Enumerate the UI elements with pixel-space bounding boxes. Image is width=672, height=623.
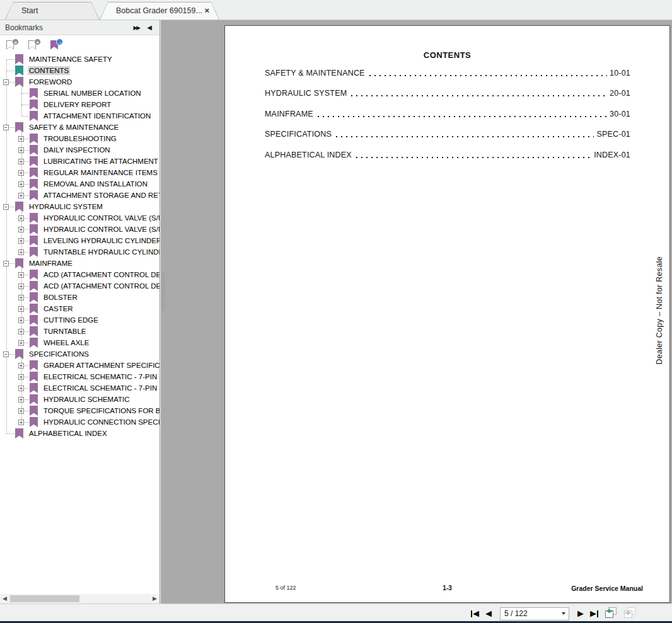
- bookmark-item[interactable]: +WHEEL AXLE: [0, 337, 159, 348]
- bookmark-label[interactable]: SPECIFICATIONS: [28, 350, 90, 358]
- bookmark-item[interactable]: ALPHABETICAL INDEX: [0, 428, 159, 439]
- bookmark-item[interactable]: CONTENTS: [0, 65, 159, 76]
- last-page-button[interactable]: ▶: [590, 609, 598, 619]
- bookmark-label[interactable]: FOREWORD: [28, 77, 73, 86]
- bookmark-item[interactable]: +GRADER ATTACHMENT SPECIFICA: [0, 360, 159, 371]
- bookmark-label[interactable]: TORQUE SPECIFICATIONS FOR BC: [42, 406, 159, 415]
- goto-bookmark-icon[interactable]: →: [50, 39, 62, 51]
- expand-toggle-icon[interactable]: +: [18, 181, 24, 187]
- panel-resize-handle[interactable]: [161, 271, 165, 311]
- bookmark-label[interactable]: REGULAR MAINTENANCE ITEMS: [42, 168, 159, 177]
- expand-toggle-icon[interactable]: +: [18, 215, 24, 221]
- bookmark-item[interactable]: +CASTER: [0, 303, 159, 314]
- bookmark-item[interactable]: +HYDRAULIC SCHEMATIC: [0, 394, 159, 405]
- bookmark-item[interactable]: +REGULAR MAINTENANCE ITEMS: [0, 167, 159, 178]
- toc-entry-label[interactable]: HYDRAULIC SYSTEM: [265, 89, 347, 98]
- toc-entry-label[interactable]: SPECIFICATIONS: [265, 130, 332, 139]
- toc-entry-page[interactable]: INDEX-01: [594, 151, 630, 160]
- expand-toggle-icon[interactable]: +: [18, 340, 24, 346]
- expand-toggle-icon[interactable]: +: [18, 374, 24, 380]
- bookmark-item[interactable]: +ELECTRICAL SCHEMATIC - 7-PIN C: [0, 382, 159, 394]
- bookmark-label[interactable]: TURNTABLE: [42, 327, 88, 336]
- bookmark-item[interactable]: DELIVERY REPORT: [0, 99, 159, 110]
- bookmark-label[interactable]: ATTACHMENT STORAGE AND RET: [42, 191, 159, 200]
- bookmark-item[interactable]: +TURNTABLE: [0, 326, 159, 337]
- previous-view-button[interactable]: [604, 607, 618, 621]
- first-page-button[interactable]: ◀: [471, 609, 479, 619]
- bookmark-label[interactable]: BOLSTER: [42, 293, 79, 302]
- scroll-left-icon[interactable]: ◀: [0, 594, 9, 603]
- expand-toggle-icon[interactable]: +: [18, 249, 24, 255]
- bookmark-label[interactable]: ALPHABETICAL INDEX: [28, 429, 108, 438]
- bookmark-label[interactable]: SAFETY & MAINTENANCE: [28, 123, 120, 132]
- toc-entry-page[interactable]: 10-01: [610, 69, 630, 78]
- bookmark-label[interactable]: ATTACHMENT IDENTIFICATION: [42, 111, 152, 120]
- bookmark-label[interactable]: ELECTRICAL SCHEMATIC - 7-PIN C: [42, 372, 159, 381]
- bookmark-label[interactable]: LUBRICATING THE ATTACHMENT: [42, 157, 159, 166]
- expand-toggle-icon[interactable]: +: [18, 272, 24, 278]
- toc-entry-label[interactable]: ALPHABETICAL INDEX: [265, 151, 352, 160]
- bookmark-item[interactable]: +ELECTRICAL SCHEMATIC - 7-PIN C: [0, 371, 159, 382]
- bookmark-label[interactable]: LEVELING HYDRAULIC CYLINDER: [42, 236, 159, 245]
- collapse-panel-icon[interactable]: ◀: [147, 24, 152, 31]
- bookmark-item[interactable]: ATTACHMENT IDENTIFICATION: [0, 110, 159, 122]
- bookmark-item[interactable]: −SAFETY & MAINTENANCE: [0, 122, 159, 133]
- expand-toggle-icon[interactable]: +: [18, 317, 24, 323]
- bookmark-label[interactable]: ACD (ATTACHMENT CONTROL DE: [42, 282, 159, 290]
- page-number-input[interactable]: 5 / 122: [500, 607, 569, 620]
- expand-toggle-icon[interactable]: +: [18, 386, 24, 391]
- delete-bookmark-icon[interactable]: ×: [6, 39, 18, 51]
- bookmark-label[interactable]: REMOVAL AND INSTALLATION: [42, 180, 149, 188]
- bookmark-item[interactable]: +ACD (ATTACHMENT CONTROL DE: [0, 280, 159, 292]
- bookmark-label[interactable]: HYDRAULIC SCHEMATIC: [42, 395, 131, 404]
- bookmark-label[interactable]: GRADER ATTACHMENT SPECIFICA: [42, 361, 159, 370]
- page-number-value[interactable]: 5 / 122: [501, 609, 562, 618]
- collapse-toggle-icon[interactable]: −: [3, 204, 9, 210]
- bookmark-label[interactable]: CUTTING EDGE: [42, 316, 100, 324]
- next-view-button[interactable]: [623, 607, 637, 621]
- bookmark-item[interactable]: +HYDRAULIC CONTROL VALVE (S/N: [0, 212, 159, 224]
- expand-toggle-icon[interactable]: +: [18, 295, 24, 300]
- bookmark-label[interactable]: MAINTENANCE SAFETY: [28, 55, 113, 64]
- bookmark-item[interactable]: −HYDRAULIC SYSTEM: [0, 201, 159, 212]
- expand-toggle-icon[interactable]: +: [18, 159, 24, 164]
- collapse-toggle-icon[interactable]: −: [3, 261, 9, 266]
- collapse-toggle-icon[interactable]: −: [3, 125, 9, 130]
- expand-toggle-icon[interactable]: +: [18, 136, 24, 142]
- bookmark-item[interactable]: +DAILY INSPECTION: [0, 144, 159, 156]
- next-page-button[interactable]: ▶: [577, 609, 584, 619]
- scroll-right-icon[interactable]: ▶: [150, 594, 159, 603]
- bookmark-label[interactable]: DAILY INSPECTION: [42, 146, 112, 154]
- expand-toggle-icon[interactable]: +: [18, 329, 24, 334]
- toc-entry[interactable]: ALPHABETICAL INDEXINDEX-01: [265, 151, 630, 160]
- bookmark-label[interactable]: HYDRAULIC CONTROL VALVE (S/N: [42, 214, 159, 222]
- expand-toggle-icon[interactable]: +: [18, 238, 24, 244]
- bookmark-label[interactable]: CONTENTS: [28, 66, 70, 75]
- bookmark-item[interactable]: +ACD (ATTACHMENT CONTROL DE: [0, 269, 159, 280]
- bookmark-item[interactable]: +REMOVAL AND INSTALLATION: [0, 178, 159, 190]
- toc-entry-page[interactable]: SPEC-01: [596, 130, 630, 139]
- toc-entry-page[interactable]: 30-01: [610, 110, 630, 119]
- add-bookmark-icon[interactable]: +: [28, 39, 40, 51]
- page-dropdown-icon[interactable]: [562, 612, 565, 615]
- bookmark-item[interactable]: +CUTTING EDGE: [0, 314, 159, 326]
- bookmark-label[interactable]: SERIAL NUMBER LOCATION: [42, 89, 142, 98]
- bookmark-label[interactable]: ELECTRICAL SCHEMATIC - 7-PIN C: [42, 384, 159, 392]
- bookmark-item[interactable]: +BOLSTER: [0, 292, 159, 303]
- bookmark-item[interactable]: +TROUBLESHOOTING: [0, 133, 159, 144]
- bookmark-label[interactable]: TURNTABLE HYDRAULIC CYLINDE: [42, 248, 159, 256]
- panel-horizontal-scrollbar[interactable]: ◀ ▶: [0, 594, 159, 603]
- bookmark-item[interactable]: −MAINFRAME: [0, 258, 159, 269]
- toc-entry[interactable]: HYDRAULIC SYSTEM20-01: [265, 89, 630, 98]
- toc-entry[interactable]: MAINFRAME30-01: [265, 110, 630, 119]
- bookmark-item[interactable]: +HYDRAULIC CONTROL VALVE (S/N: [0, 224, 159, 235]
- bookmark-item[interactable]: +HYDRAULIC CONNECTION SPECIFI: [0, 416, 159, 428]
- bookmark-item[interactable]: −FOREWORD: [0, 76, 159, 88]
- collapse-toggle-icon[interactable]: −: [3, 79, 9, 85]
- expand-toggle-icon[interactable]: +: [18, 363, 24, 369]
- bookmark-item[interactable]: +LEVELING HYDRAULIC CYLINDER: [0, 235, 159, 246]
- expand-toggle-icon[interactable]: +: [18, 397, 24, 403]
- bookmark-item[interactable]: SERIAL NUMBER LOCATION: [0, 88, 159, 99]
- toc-entry-label[interactable]: MAINFRAME: [265, 110, 313, 119]
- bookmark-label[interactable]: DELIVERY REPORT: [42, 100, 112, 109]
